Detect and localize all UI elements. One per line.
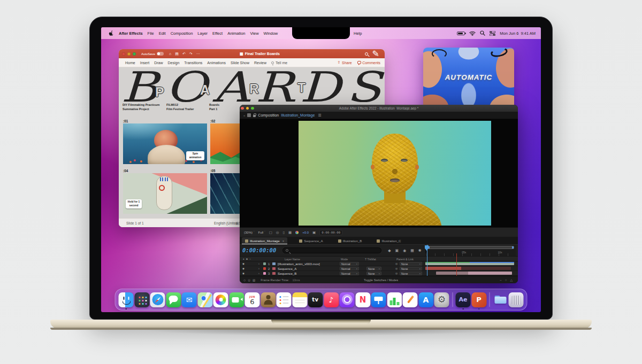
- hide-shy-layers-icon[interactable]: ◉: [403, 249, 406, 253]
- menu-animation[interactable]: Animation: [227, 31, 245, 36]
- panel-chevron-icon[interactable]: «: [243, 114, 245, 117]
- pickwhip-icon[interactable]: ◎: [395, 272, 398, 275]
- search-icon[interactable]: [365, 52, 368, 56]
- dock-item-messages[interactable]: [166, 292, 181, 307]
- apple-logo-icon[interactable]: [109, 30, 114, 36]
- dock-item-podcasts[interactable]: [340, 292, 355, 307]
- dock-item-calendar[interactable]: JUN 6: [245, 292, 260, 307]
- dock-item-system-settings[interactable]: [434, 292, 449, 307]
- dock-item-keynote[interactable]: [371, 292, 386, 307]
- expand-chevron-icon[interactable]: ›: [258, 262, 259, 265]
- timeline-tab-sequence-a[interactable]: Sequence_A: [296, 237, 326, 244]
- draft-3d-icon[interactable]: ▣: [395, 249, 399, 253]
- menu-edit[interactable]: Edit: [159, 31, 166, 36]
- ae-title-bar[interactable]: Adobe After Effects 2022 - Illustration_…: [240, 105, 518, 112]
- menu-clock[interactable]: Mon Jun 6 9:41 AM: [500, 31, 536, 36]
- transparency-grid-icon[interactable]: ▦: [288, 230, 292, 235]
- snapshot-camera-icon[interactable]: ▣: [312, 230, 316, 235]
- dock-item-safari[interactable]: [150, 292, 165, 307]
- close-button[interactable]: [241, 107, 244, 110]
- dock-item-numbers[interactable]: [387, 292, 402, 307]
- mask-visibility-icon[interactable]: ◎: [276, 230, 279, 235]
- panel-menu-icon[interactable]: ☰: [318, 113, 321, 118]
- dock-item-reminders[interactable]: [277, 292, 292, 307]
- layer-row-1[interactable]: ◉ › 1 [Illustration_anim_v003.mov] Norma…: [240, 261, 518, 266]
- layer-duration-bar[interactable]: [425, 267, 511, 270]
- timeline-zoom-slider[interactable]: −○△: [500, 278, 513, 282]
- work-area-bar[interactable]: [427, 246, 514, 249]
- timeline-tab-illustration-b[interactable]: Illustration_B: [335, 237, 365, 244]
- minimize-button[interactable]: [246, 107, 249, 110]
- layer-name[interactable]: [Illustration_anim_v003.mov]: [278, 262, 320, 266]
- visibility-eye-icon[interactable]: ◉: [242, 272, 244, 275]
- visibility-eye-icon[interactable]: ◉: [242, 267, 244, 270]
- storyboard-cell-01[interactable]: Spin animation: [123, 123, 207, 164]
- parent-dropdown[interactable]: None: [400, 267, 422, 270]
- menu-layer[interactable]: Layer: [197, 31, 208, 36]
- composition-mini-flowchart-icon[interactable]: ◆: [388, 249, 391, 253]
- layer-row-3[interactable]: ◉ › 3 Sequence_B Normal None ◎ None: [240, 271, 518, 276]
- dock-item-mail[interactable]: [182, 292, 197, 307]
- current-time-display[interactable]: 0:00:00:00: [242, 247, 276, 253]
- dock-item-launchpad[interactable]: [134, 292, 149, 307]
- label-color-swatch[interactable]: [263, 272, 266, 275]
- parent-dropdown[interactable]: None: [400, 272, 422, 275]
- time-ruler[interactable]: 05s 10s: [425, 245, 516, 256]
- track-matte-dropdown[interactable]: None: [366, 267, 381, 270]
- undo-icon[interactable]: ↶: [182, 52, 186, 56]
- timeline-footer-icons[interactable]: ◇◎▨: [243, 278, 257, 282]
- close-button[interactable]: [122, 52, 125, 56]
- wifi-icon[interactable]: [469, 31, 476, 36]
- powerpoint-title-bar[interactable]: AutoSave ⌂ ▤ ↶ ↷ ⋯ ▦ Final Trailer Board…: [119, 49, 385, 58]
- blend-mode-dropdown[interactable]: Normal: [340, 272, 359, 275]
- visibility-eye-icon[interactable]: ◉: [242, 262, 244, 265]
- zoom-button[interactable]: [251, 107, 254, 110]
- layer-row-2[interactable]: ◉ › 2 Sequence_A Normal None ◎ None: [240, 266, 518, 271]
- label-color-swatch[interactable]: [263, 262, 266, 265]
- menu-view[interactable]: View: [250, 31, 258, 36]
- magnification-dropdown[interactable]: (30%)ˉ: [244, 231, 255, 234]
- region-of-interest-icon[interactable]: ▯: [283, 230, 285, 235]
- viewer-timecode[interactable]: 0:00:00:00: [319, 230, 342, 235]
- frame-blending-icon[interactable]: ▦: [410, 249, 414, 253]
- pickwhip-icon[interactable]: ◎: [395, 262, 398, 265]
- home-icon[interactable]: ⌂: [169, 52, 171, 56]
- parent-dropdown[interactable]: None: [400, 262, 422, 266]
- motion-blur-icon[interactable]: ✺: [418, 249, 422, 253]
- dock-item-finder[interactable]: [119, 292, 134, 307]
- composition-panel-tab[interactable]: « Composition Illustration_Montage ☰: [240, 112, 518, 119]
- dock-item-powerpoint[interactable]: P: [471, 292, 486, 307]
- storyboard-cell-04[interactable]: Hold for 1 second: [123, 173, 207, 214]
- menu-help[interactable]: Help: [354, 27, 362, 39]
- spotlight-search-icon[interactable]: [480, 30, 485, 36]
- dock-item-photos[interactable]: [213, 292, 228, 307]
- slide-indicator[interactable]: Slide 1 of 1: [126, 221, 144, 225]
- layer-name[interactable]: Sequence_B: [278, 272, 296, 275]
- dock-item-facetime[interactable]: [229, 292, 244, 307]
- minimize-button[interactable]: [127, 52, 131, 56]
- timeline-tab-illustration-montage[interactable]: Illustration_Montage: [242, 237, 287, 244]
- dock-item-tv[interactable]: tv: [308, 292, 323, 307]
- dock-item-notes[interactable]: [292, 292, 307, 307]
- expand-chevron-icon[interactable]: ›: [258, 272, 259, 275]
- composition-viewer[interactable]: [240, 119, 518, 227]
- label-color-swatch[interactable]: [263, 267, 266, 270]
- menu-file[interactable]: File: [148, 31, 154, 36]
- lock-icon[interactable]: [253, 115, 256, 117]
- menu-composition[interactable]: Composition: [171, 31, 193, 36]
- zoom-button[interactable]: [133, 52, 136, 56]
- dock-item-pages[interactable]: [403, 292, 418, 307]
- pencil-icon[interactable]: ✎: [372, 49, 379, 59]
- battery-icon[interactable]: [457, 32, 465, 35]
- track-matte-dropdown[interactable]: None: [366, 272, 381, 275]
- timeline-search-input[interactable]: [282, 247, 381, 253]
- save-icon[interactable]: ▤: [175, 52, 179, 56]
- dock-item-downloads[interactable]: [493, 292, 508, 307]
- menu-effect[interactable]: Effect: [212, 31, 223, 36]
- dock-item-contacts[interactable]: [261, 292, 276, 307]
- show-channel-icon[interactable]: [295, 231, 299, 234]
- blend-mode-dropdown[interactable]: Normal: [340, 267, 359, 270]
- layer-duration-bar[interactable]: [436, 272, 512, 275]
- expand-chevron-icon[interactable]: ›: [258, 267, 259, 270]
- dock-item-app-store[interactable]: A: [418, 292, 433, 307]
